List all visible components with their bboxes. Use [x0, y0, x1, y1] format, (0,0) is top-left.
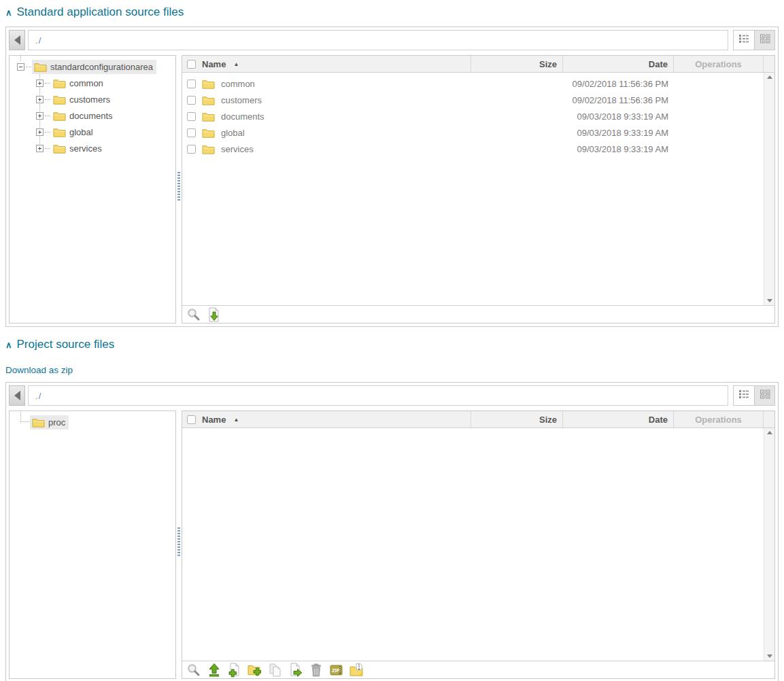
copy-icon [268, 663, 283, 678]
tree-node-anchor[interactable]: documents [51, 109, 116, 123]
tree-node[interactable]: services [10, 140, 175, 156]
file-row[interactable]: common 09/02/2018 11:56:36 PM [182, 75, 774, 92]
column-label: Operations [695, 59, 742, 69]
row-checkbox[interactable] [187, 80, 196, 88]
back-button[interactable] [9, 385, 25, 406]
row-checkbox[interactable] [187, 145, 196, 154]
path-field[interactable]: . / [28, 385, 728, 406]
path-dot: . [35, 35, 38, 46]
upload-button[interactable] [206, 663, 222, 678]
column-header-spacer [764, 411, 774, 427]
column-header-size[interactable]: Size [471, 411, 563, 427]
file-row[interactable]: customers 09/02/2018 11:56:36 PM [182, 92, 774, 108]
folder-icon [202, 128, 215, 138]
path-slash: / [39, 35, 41, 46]
select-all-checkbox[interactable] [187, 60, 196, 69]
vertical-scrollbar[interactable] [764, 428, 774, 661]
collapse-box-icon[interactable] [17, 63, 24, 71]
column-label: Size [539, 415, 557, 425]
unzip-button[interactable] [349, 663, 365, 678]
section-header-project-files[interactable]: ∧ Project source files [5, 338, 779, 351]
list-view-button[interactable] [734, 31, 754, 50]
section-title-text: Project source files [17, 338, 115, 351]
collapse-caret-icon: ∧ [5, 340, 12, 349]
tree-node-anchor[interactable]: global [51, 125, 97, 139]
row-checkbox[interactable] [187, 112, 196, 121]
file-row[interactable]: global 09/03/2018 9:33:19 AM [182, 124, 774, 141]
expand-box-icon[interactable] [36, 145, 44, 152]
select-all-checkbox[interactable] [187, 415, 196, 424]
tree-node[interactable]: global [10, 124, 175, 140]
tree-node-anchor[interactable]: standardconfigurationarea [32, 60, 156, 74]
search-button[interactable] [186, 663, 202, 678]
new-folder-button[interactable] [247, 663, 263, 678]
file-name: documents [221, 111, 265, 122]
name-cell: common [182, 79, 471, 89]
path-field[interactable]: . / [28, 30, 728, 50]
file-browser-project: . / [5, 382, 779, 681]
delete-button[interactable] [308, 663, 324, 678]
list-toolbar: ZIP [182, 661, 774, 678]
splitter-grip[interactable] [177, 527, 180, 556]
vertical-scrollbar[interactable] [764, 73, 774, 305]
column-header-size[interactable]: Size [471, 56, 563, 72]
file-row[interactable]: services 09/03/2018 9:33:19 AM [182, 141, 774, 157]
column-header-date[interactable]: Date [563, 411, 674, 427]
tree-node-label: common [69, 78, 103, 88]
scroll-down-icon[interactable] [767, 654, 772, 658]
scroll-down-icon[interactable] [767, 299, 772, 302]
back-button[interactable] [9, 30, 25, 50]
grid-view-button[interactable] [754, 386, 774, 405]
grid-view-icon [760, 34, 770, 46]
zip-button[interactable]: ZIP [328, 663, 345, 678]
expand-box-icon[interactable] [36, 80, 44, 87]
tree-node[interactable]: documents [10, 107, 175, 124]
tree-connector [26, 67, 31, 67]
download-file-button[interactable] [206, 307, 222, 322]
download-as-zip-link[interactable]: Download as zip [5, 365, 73, 375]
list-view-button[interactable] [734, 386, 754, 405]
new-file-button[interactable] [226, 663, 243, 678]
folder-tree: standardconfigurationarea common [9, 55, 176, 324]
column-label: Name [202, 59, 226, 69]
splitter-grip[interactable] [177, 172, 180, 200]
tree-node[interactable]: common [10, 75, 175, 91]
tree-node-root[interactable]: proc [10, 414, 175, 430]
folder-icon [53, 143, 66, 154]
expand-box-icon[interactable] [36, 128, 44, 136]
tree-node-label: services [69, 143, 102, 154]
list-body [182, 428, 774, 661]
scroll-up-icon[interactable] [767, 431, 772, 434]
nav-row: . / [9, 30, 775, 50]
row-checkbox[interactable] [187, 128, 196, 137]
scroll-up-icon[interactable] [767, 75, 772, 79]
file-row[interactable]: documents 09/03/2018 9:33:19 AM [182, 108, 774, 124]
tree-node-anchor[interactable]: proc [30, 415, 69, 430]
folder-tree: proc [9, 411, 176, 679]
section-header-standard-files[interactable]: ∧ Standard application source files [5, 5, 779, 19]
tree-node[interactable]: customers [10, 91, 175, 107]
tree-list-splitter [176, 55, 182, 324]
tree-node-anchor[interactable]: services [51, 141, 105, 156]
upload-icon [207, 663, 222, 678]
expand-box-icon[interactable] [36, 96, 44, 103]
folder-icon [53, 94, 66, 105]
browser-content: proc Name ▲ Size Date Operations [9, 411, 775, 679]
column-header-name[interactable]: Name ▲ [182, 56, 471, 72]
tree-node-anchor[interactable]: customers [51, 92, 114, 107]
copy-button[interactable] [267, 663, 284, 678]
list-view-icon [738, 389, 749, 402]
tree-node-root[interactable]: standardconfigurationarea [10, 58, 175, 75]
tree-node-anchor[interactable]: common [51, 76, 107, 90]
column-header-name[interactable]: Name ▲ [182, 411, 471, 427]
list-body: common 09/02/2018 11:56:36 PM customers [182, 73, 774, 305]
file-browser-standard: . / [5, 27, 779, 327]
expand-box-icon[interactable] [36, 112, 44, 120]
grid-view-button[interactable] [754, 31, 774, 50]
search-button[interactable] [186, 307, 202, 322]
row-checkbox[interactable] [187, 96, 196, 105]
column-header-date[interactable]: Date [563, 56, 674, 72]
column-header-spacer [764, 56, 774, 72]
move-button[interactable] [288, 663, 304, 678]
tree-node-label: customers [69, 94, 110, 105]
